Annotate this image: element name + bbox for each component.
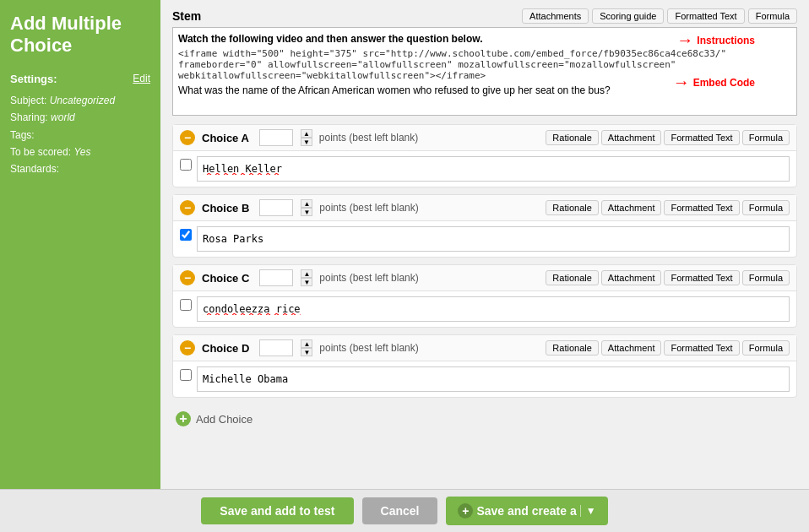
add-choice-icon: + [176,411,191,426]
sidebar-title: Add Multiple Choice [10,13,150,57]
choice-a-remove-button[interactable]: − [180,130,195,145]
choice-c-remove-button[interactable]: − [180,270,195,285]
choice-c-points-spinner: ▲ ▼ [301,269,312,286]
stem-line1: Watch the following video and then answe… [178,33,791,45]
choice-b-points-input[interactable] [259,199,293,216]
cancel-button[interactable]: Cancel [362,497,438,524]
save-create-arrow-icon: ▼ [580,505,596,517]
choice-a-points-input[interactable] [259,129,293,146]
choice-c-section: − Choice C ▲ ▼ points (best left blank) … [172,264,797,328]
choice-d-remove-button[interactable]: − [180,340,195,356]
choice-b-attachment-button[interactable]: Attachment [601,200,662,215]
formula-button[interactable]: Formula [748,8,797,24]
choice-a-checkbox[interactable] [180,159,192,171]
choice-a-rationale-button[interactable]: Rationale [546,130,598,145]
choice-d-body [173,361,796,397]
choice-b-remove-button[interactable]: − [180,200,195,215]
stem-section: Stem Attachments Scoring guide Formatted… [172,8,797,116]
save-add-button[interactable]: Save and add to test [201,497,353,524]
choice-c-body [173,291,796,327]
scoring-guide-button[interactable]: Scoring guide [592,8,664,24]
scored-value: Yes [73,146,90,158]
save-create-label: Save and create a [476,504,576,518]
choice-b-label: Choice B [202,202,249,214]
choice-d-points-input[interactable] [259,339,293,356]
choice-a-label: Choice A [202,132,249,144]
formatted-text-button[interactable]: Formatted Text [667,8,744,24]
choice-c-attachment-button[interactable]: Attachment [601,270,662,285]
choice-d-action-buttons: Rationale Attachment Formatted Text Form… [546,340,790,356]
choice-d-points-spinner: ▲ ▼ [301,339,312,356]
choice-a-points-up[interactable]: ▲ [301,129,312,138]
choice-d-points-up[interactable]: ▲ [301,339,312,348]
stem-header: Stem Attachments Scoring guide Formatted… [172,8,797,24]
choice-b-header: − Choice B ▲ ▼ points (best left blank) … [173,195,796,221]
choice-a-formula-button[interactable]: Formula [742,130,790,145]
choices-container: − Choice A ▲ ▼ points (best left blank) … [172,124,797,398]
choice-a-points-down[interactable]: ▼ [301,138,312,146]
choice-d-attachment-button[interactable]: Attachment [601,340,662,356]
choice-d-header: − Choice D ▲ ▼ points (best left blank) … [173,335,796,361]
stem-line3: What was the name of the African America… [178,84,791,96]
choice-c-label: Choice C [202,272,249,285]
choice-a-body [173,151,796,187]
choice-a-section: − Choice A ▲ ▼ points (best left blank) … [172,124,797,187]
sidebar: Add Multiple Choice Settings: Edit Subje… [0,0,160,489]
choice-d-points-label: points (best left blank) [319,342,418,354]
choice-c-action-buttons: Rationale Attachment Formatted Text Form… [546,270,790,285]
sidebar-meta: Subject: Uncategorized Sharing: world Ta… [10,92,150,178]
choice-b-formatted-text-button[interactable]: Formatted Text [664,200,739,215]
choice-c-text-input[interactable] [197,296,790,322]
choice-d-section: − Choice D ▲ ▼ points (best left blank) … [172,334,797,398]
choice-d-checkbox[interactable] [180,369,192,381]
choice-c-points-label: points (best left blank) [319,272,418,284]
choice-b-body [173,221,796,257]
save-create-button[interactable]: + Save and create a ▼ [446,497,607,525]
sharing-value: world [51,111,75,123]
choice-c-points-up[interactable]: ▲ [301,269,312,278]
choice-d-formatted-text-button[interactable]: Formatted Text [664,340,739,356]
stem-line2: <iframe width="500" height="375" src="ht… [178,48,791,81]
choice-c-header: − Choice C ▲ ▼ points (best left blank) … [173,265,796,291]
choice-b-points-spinner: ▲ ▼ [301,199,312,216]
choice-a-points-spinner: ▲ ▼ [301,129,312,146]
save-create-plus-icon: + [458,503,473,518]
choice-d-points-down[interactable]: ▼ [301,348,312,356]
main-content: Stem Attachments Scoring guide Formatted… [160,0,809,489]
choice-c-points-down[interactable]: ▼ [301,278,312,286]
choice-b-section: − Choice B ▲ ▼ points (best left blank) … [172,194,797,258]
add-choice-row[interactable]: + Add Choice [172,404,797,433]
choice-b-rationale-button[interactable]: Rationale [546,200,598,215]
choice-b-action-buttons: Rationale Attachment Formatted Text Form… [546,200,790,215]
subject-value: Uncategorized [50,95,115,106]
choice-b-checkbox[interactable] [180,229,192,241]
stem-wrapper: Watch the following video and then answe… [172,27,797,116]
choice-d-rationale-button[interactable]: Rationale [546,340,598,356]
stem-action-buttons: Attachments Scoring guide Formatted Text… [522,8,797,24]
choice-d-label: Choice D [202,342,249,355]
choice-a-action-buttons: Rationale Attachment Formatted Text Form… [546,130,790,145]
settings-label: Settings: [10,73,57,85]
choice-a-text-input[interactable] [197,156,790,182]
choice-c-points-input[interactable] [259,269,293,286]
choice-b-formula-button[interactable]: Formula [742,200,790,215]
stem-display[interactable]: Watch the following video and then answe… [172,27,797,116]
choice-a-points-label: points (best left blank) [319,132,418,144]
choice-b-text-input[interactable] [197,226,790,252]
choice-b-points-up[interactable]: ▲ [301,199,312,208]
footer: Save and add to test Cancel + Save and c… [0,489,809,532]
choice-c-checkbox[interactable] [180,299,192,311]
choice-c-rationale-button[interactable]: Rationale [546,270,598,285]
choice-c-formatted-text-button[interactable]: Formatted Text [664,270,739,285]
choice-a-formatted-text-button[interactable]: Formatted Text [664,130,739,145]
edit-link[interactable]: Edit [133,73,150,84]
choice-d-formula-button[interactable]: Formula [742,340,790,356]
choice-b-points-label: points (best left blank) [319,202,418,214]
attachments-button[interactable]: Attachments [522,8,589,24]
choice-b-points-down[interactable]: ▼ [301,208,312,216]
add-choice-label: Add Choice [196,413,252,426]
choice-c-formula-button[interactable]: Formula [742,270,790,285]
choice-d-text-input[interactable] [197,366,790,392]
choice-a-attachment-button[interactable]: Attachment [601,130,662,145]
choice-a-header: − Choice A ▲ ▼ points (best left blank) … [173,125,796,151]
